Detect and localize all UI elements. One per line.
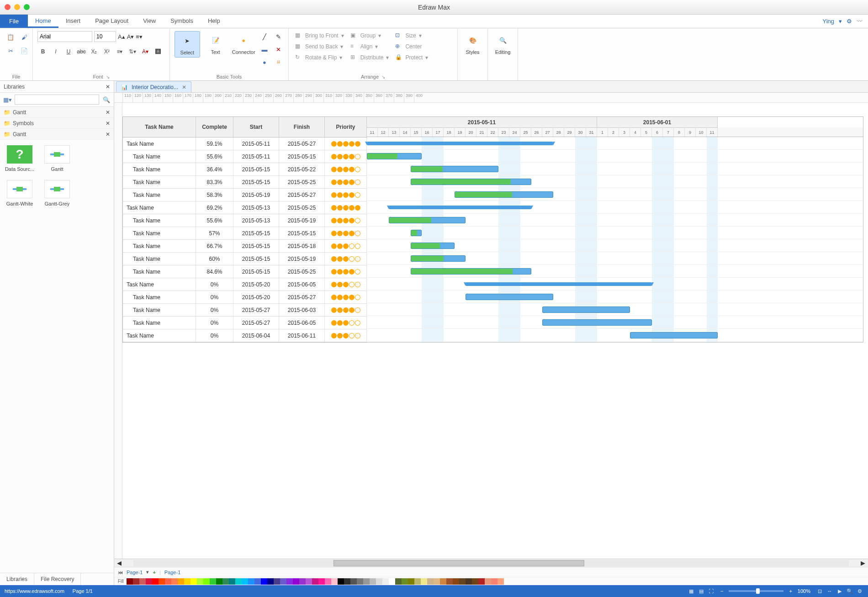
close-section-icon[interactable]: ✕: [106, 120, 110, 127]
gantt-bar[interactable]: [630, 332, 718, 338]
line-spacing-button[interactable]: ⇅▾: [127, 47, 138, 57]
color-swatch[interactable]: [350, 578, 357, 585]
gantt-row[interactable]: Task Name0%2015-05-202015-05-27: [123, 291, 367, 304]
add-page-icon[interactable]: +: [153, 570, 155, 575]
gantt-row[interactable]: Task Name59.1%2015-05-112015-05-27: [123, 137, 367, 150]
library-section-0[interactable]: 📁Gantt✕: [0, 107, 114, 118]
color-swatch[interactable]: [139, 578, 146, 585]
group-button[interactable]: ▣Group▾: [349, 31, 391, 40]
color-swatch[interactable]: [466, 578, 472, 585]
styles-button[interactable]: 🎨 Styles: [462, 31, 483, 57]
cut-icon[interactable]: ✂: [5, 45, 16, 57]
file-menu[interactable]: File: [0, 15, 28, 28]
shape-data-sourc-[interactable]: ?Data Sourc...: [4, 145, 36, 172]
font-launcher-icon[interactable]: ↘: [106, 74, 110, 79]
bold-button[interactable]: B: [37, 47, 48, 57]
color-swatch[interactable]: [338, 578, 344, 585]
document-tab[interactable]: 📊 Interior Decoratio... ✕: [116, 81, 191, 92]
menu-page-layout[interactable]: Page Layout: [88, 15, 136, 28]
copy-icon[interactable]: 📄: [18, 45, 30, 57]
delete-tool-icon[interactable]: ✕: [273, 44, 284, 55]
distribute-button[interactable]: ⊞Distribute▾: [349, 53, 391, 62]
color-swatch[interactable]: [146, 578, 152, 585]
zoom-in-icon[interactable]: +: [789, 588, 792, 594]
size-button[interactable]: ⊡Size▾: [393, 31, 430, 40]
color-swatch[interactable]: [402, 578, 408, 585]
bullets-button[interactable]: ≡▾: [114, 47, 125, 57]
color-swatch[interactable]: [434, 578, 440, 585]
view-normal-icon[interactable]: ▦: [688, 587, 695, 595]
gantt-bar[interactable]: [411, 166, 498, 172]
library-section-2[interactable]: 📁Gantt✕: [0, 129, 114, 140]
strike-button[interactable]: abc: [76, 47, 87, 57]
maximize-window-button[interactable]: [24, 4, 30, 10]
close-tab-icon[interactable]: ✕: [182, 84, 186, 90]
text-tool[interactable]: 📝 Text: [203, 31, 228, 57]
color-swatch[interactable]: [370, 578, 376, 585]
gantt-row[interactable]: Task Name0%2015-06-042015-06-11: [123, 329, 367, 342]
color-swatch[interactable]: [478, 578, 485, 585]
pencil-tool-icon[interactable]: ✎: [273, 31, 284, 42]
color-swatch[interactable]: [318, 578, 325, 585]
page-menu-icon[interactable]: ▾: [146, 569, 149, 575]
color-swatch[interactable]: [280, 578, 286, 585]
color-swatch[interactable]: [344, 578, 350, 585]
color-swatch[interactable]: [222, 578, 229, 585]
color-swatch[interactable]: [453, 578, 459, 585]
color-swatch[interactable]: [459, 578, 466, 585]
menu-help[interactable]: Help: [201, 15, 228, 28]
gantt-row[interactable]: Task Name83.3%2015-05-152015-05-25: [123, 176, 367, 189]
page-tab-1b[interactable]: Page-1: [164, 570, 180, 575]
close-section-icon[interactable]: ✕: [106, 131, 110, 137]
color-swatch[interactable]: [171, 578, 178, 585]
color-swatch[interactable]: [197, 578, 203, 585]
fit-width-icon[interactable]: ↔: [826, 587, 833, 595]
horizontal-scrollbar[interactable]: ◀▶: [114, 559, 868, 567]
zoom-out-icon[interactable]: −: [720, 588, 723, 594]
page-tab-1a[interactable]: Page-1: [127, 570, 143, 575]
gantt-row[interactable]: Task Name84.6%2015-05-152015-05-25: [123, 265, 367, 278]
menu-symbols[interactable]: Symbols: [163, 15, 201, 28]
tab-libraries[interactable]: Libraries: [0, 573, 34, 585]
gantt-bar[interactable]: [367, 153, 422, 159]
italic-button[interactable]: I: [50, 47, 61, 57]
color-swatch[interactable]: [485, 578, 491, 585]
tab-file-recovery[interactable]: File Recovery: [34, 573, 81, 585]
arrange-launcher-icon[interactable]: ↘: [381, 74, 385, 79]
color-swatch[interactable]: [133, 578, 139, 585]
editing-button[interactable]: 🔍 Editing: [492, 31, 513, 57]
color-swatch[interactable]: [261, 578, 267, 585]
color-swatch[interactable]: [395, 578, 402, 585]
rect-tool-icon[interactable]: ▬: [259, 44, 270, 55]
library-search-input[interactable]: [15, 95, 99, 105]
format-painter-icon[interactable]: 🖌: [18, 31, 30, 43]
fit-page-icon[interactable]: ⊡: [816, 587, 823, 595]
color-swatch[interactable]: [127, 578, 133, 585]
align-button[interactable]: ≡Align▾: [349, 42, 391, 51]
gantt-row[interactable]: Task Name55.6%2015-05-112015-05-15: [123, 150, 367, 163]
gantt-row[interactable]: Task Name69.2%2015-05-132015-05-25: [123, 201, 367, 214]
color-swatch[interactable]: [242, 578, 248, 585]
align-menu-icon[interactable]: ≡▾: [136, 33, 143, 40]
gantt-bar[interactable]: [542, 306, 630, 313]
font-size-select[interactable]: [94, 31, 116, 42]
color-swatch[interactable]: [210, 578, 216, 585]
help-icon[interactable]: 〰: [857, 18, 863, 25]
menu-view[interactable]: View: [136, 15, 163, 28]
color-swatch[interactable]: [267, 578, 274, 585]
font-name-select[interactable]: [37, 31, 92, 42]
menu-home[interactable]: Home: [28, 15, 58, 28]
connector-tool[interactable]: ● Connector: [231, 31, 256, 57]
gantt-canvas[interactable]: Task Name Complete Start Finish Priority…: [122, 103, 868, 559]
color-swatch[interactable]: [274, 578, 280, 585]
zoom-slider[interactable]: [729, 590, 783, 592]
gantt-bar[interactable]: [389, 217, 466, 223]
color-swatch[interactable]: [421, 578, 427, 585]
gantt-row[interactable]: Task Name36.4%2015-05-152015-05-22: [123, 163, 367, 176]
gantt-row[interactable]: Task Name0%2015-05-202015-06-05: [123, 278, 367, 291]
close-window-button[interactable]: [5, 4, 11, 10]
select-tool[interactable]: ➤ Select: [175, 31, 200, 58]
view-fullscreen-icon[interactable]: ⛶: [708, 587, 715, 595]
color-swatch[interactable]: [427, 578, 434, 585]
settings-status-icon[interactable]: ⚙: [856, 587, 863, 595]
